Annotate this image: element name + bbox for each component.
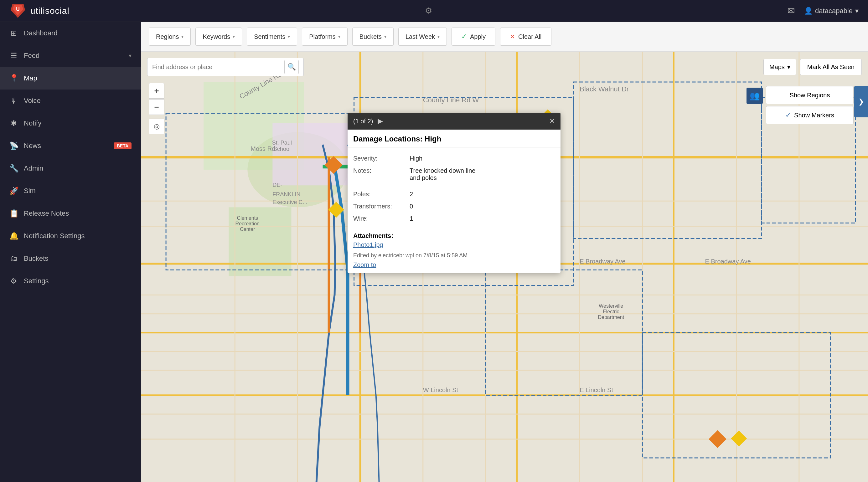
apply-button[interactable]: ✓ Apply: [452, 28, 495, 46]
sidebar-item-settings[interactable]: ⚙ Settings: [0, 270, 141, 292]
keywords-label: Keywords: [203, 33, 230, 40]
popup-severity-value: High: [410, 155, 555, 162]
voice-icon: 🎙: [9, 96, 18, 105]
svg-rect-7: [272, 123, 351, 185]
popup-wire-value: 1: [410, 215, 555, 222]
clear-x-icon: ✕: [510, 33, 515, 40]
clear-all-button[interactable]: ✕ Clear All: [500, 28, 551, 46]
filter-bar: Regions ▾ Keywords ▾ Sentiments ▾ Platfo…: [141, 22, 868, 52]
regions-filter-button[interactable]: Regions ▾: [149, 28, 191, 46]
zoom-out-button[interactable]: −: [149, 99, 164, 115]
popup-notes-row: Notes: Tree knocked down lineand poles: [353, 165, 555, 184]
svg-text:Black Walnut Dr: Black Walnut Dr: [580, 85, 629, 93]
panel-buttons: Show Regions ✓ Show Markers: [766, 86, 854, 124]
zoom-out-icon: −: [154, 102, 159, 112]
sidebar: ⊞ Dashboard ☰ Feed ▾ 📍 Map 🎙 Voice ✱ Not…: [0, 22, 141, 482]
svg-text:W Lincoln St: W Lincoln St: [423, 387, 458, 393]
main-area: ⊞ Dashboard ☰ Feed ▾ 📍 Map 🎙 Voice ✱ Not…: [0, 22, 868, 482]
user-icon: 👤: [804, 7, 813, 15]
maps-label: Maps: [769, 64, 785, 71]
maps-dropdown-button[interactable]: Maps ▾: [764, 59, 796, 75]
sidebar-item-notification-settings[interactable]: 🔔 Notification Settings: [0, 225, 141, 247]
svg-text:Westerville: Westerville: [599, 303, 623, 309]
popup-severity-label: Severity:: [353, 155, 403, 162]
svg-text:Executive C...: Executive C...: [272, 199, 307, 205]
map-container[interactable]: County Line Rd W County Line Rd W Black …: [141, 52, 868, 482]
sidebar-item-buckets[interactable]: 🗂 Buckets: [0, 247, 141, 270]
svg-text:County Line Rd W: County Line Rd W: [423, 96, 479, 104]
svg-text:Center: Center: [240, 227, 255, 232]
search-button[interactable]: 🔍: [284, 60, 299, 74]
sidebar-item-sim[interactable]: 🚀 Sim: [0, 180, 141, 202]
sidebar-item-map[interactable]: 📍 Map: [0, 67, 141, 90]
zoom-in-button[interactable]: +: [149, 83, 164, 99]
popup-transformers-value: 0: [410, 203, 555, 210]
sentiments-caret-icon: ▾: [288, 34, 290, 39]
sidebar-label-buckets: Buckets: [24, 254, 131, 263]
sidebar-item-feed[interactable]: ☰ Feed ▾: [0, 44, 141, 67]
username: datacapable: [815, 7, 852, 15]
keywords-filter-button[interactable]: Keywords ▾: [195, 28, 242, 46]
top-bar-right: ✉ 👤 datacapable ▾: [787, 6, 859, 16]
svg-text:E Lincoln St: E Lincoln St: [580, 387, 613, 393]
content-area: Regions ▾ Keywords ▾ Sentiments ▾ Platfo…: [141, 22, 868, 482]
sidebar-item-notify[interactable]: ✱ Notify: [0, 112, 141, 135]
user-menu[interactable]: 👤 datacapable ▾: [804, 7, 859, 15]
locate-button[interactable]: ◎: [149, 119, 164, 134]
search-box: 🔍: [147, 58, 304, 76]
sidebar-item-voice[interactable]: 🎙 Voice: [0, 90, 141, 112]
feed-expand-icon: ▾: [129, 52, 131, 59]
search-input[interactable]: [152, 64, 284, 71]
mark-all-seen-button[interactable]: Mark All As Seen: [800, 59, 862, 75]
popup-title: Damage Locations: High: [348, 130, 560, 148]
svg-text:Moss Rd: Moss Rd: [250, 145, 275, 152]
mark-all-seen-label: Mark All As Seen: [807, 64, 855, 70]
popup-wire-row: Wire: 1: [353, 213, 555, 225]
sidebar-item-news[interactable]: 📡 News BETA: [0, 135, 141, 157]
mail-icon[interactable]: ✉: [787, 6, 795, 16]
popup-close-button[interactable]: ✕: [549, 117, 555, 125]
popup-zoom-to-link[interactable]: Zoom to: [348, 261, 560, 273]
svg-text:Electric: Electric: [603, 309, 619, 314]
show-regions-button[interactable]: Show Regions: [766, 86, 854, 104]
sim-icon: 🚀: [9, 187, 18, 195]
popup-severity-row: Severity: High: [353, 153, 555, 165]
sidebar-item-admin[interactable]: 🔧 Admin: [0, 157, 141, 180]
svg-text:School: School: [273, 146, 290, 152]
gear-icon[interactable]: ⚙: [425, 6, 432, 15]
show-markers-button[interactable]: ✓ Show Markers: [766, 106, 854, 124]
popup-attachments-section: Attachments: Photo1.jpg: [348, 230, 560, 249]
platforms-filter-button[interactable]: Platforms ▾: [302, 28, 347, 46]
regions-label: Regions: [156, 33, 179, 40]
last-week-filter-button[interactable]: Last Week ▾: [398, 28, 447, 46]
dashboard-icon: ⊞: [9, 29, 18, 38]
top-bar: U utilisocial ⚙ ✉ 👤 datacapable ▾: [0, 0, 868, 22]
sidebar-item-dashboard[interactable]: ⊞ Dashboard: [0, 22, 141, 44]
sidebar-label-notification-settings: Notification Settings: [24, 232, 131, 240]
popup-transformers-row: Transformers: 0: [353, 200, 555, 213]
sidebar-label-map: Map: [24, 74, 131, 82]
buckets-filter-button[interactable]: Buckets ▾: [352, 28, 394, 46]
apply-check-icon: ✓: [461, 33, 467, 41]
collapse-panel-button[interactable]: ❯: [854, 86, 868, 117]
clear-all-label: Clear All: [518, 33, 541, 40]
svg-text:St. Paul: St. Paul: [272, 139, 292, 146]
maps-caret-icon: ▾: [787, 63, 790, 71]
sentiments-filter-button[interactable]: Sentiments ▾: [247, 28, 297, 46]
sentiments-label: Sentiments: [254, 33, 285, 40]
popup-next-button[interactable]: ▶: [378, 117, 383, 125]
logo-icon: U: [9, 2, 27, 20]
settings-icon: ⚙: [9, 277, 18, 285]
sidebar-item-release-notes[interactable]: 📋 Release Notes: [0, 202, 141, 225]
people-icon[interactable]: 👥: [746, 88, 763, 104]
keywords-caret-icon: ▾: [232, 34, 235, 39]
popup-attachment-link[interactable]: Photo1.jpg: [353, 241, 383, 248]
damage-popup: (1 of 2) ▶ ✕ Damage Locations: High Seve…: [348, 113, 560, 273]
svg-text:Department: Department: [598, 315, 624, 320]
zoom-controls: + − ◎: [149, 83, 164, 134]
show-regions-label: Show Regions: [790, 92, 830, 99]
notification-settings-icon: 🔔: [9, 232, 18, 240]
buckets-icon: 🗂: [9, 254, 18, 263]
admin-icon: 🔧: [9, 164, 18, 173]
zoom-in-icon: +: [154, 86, 159, 96]
